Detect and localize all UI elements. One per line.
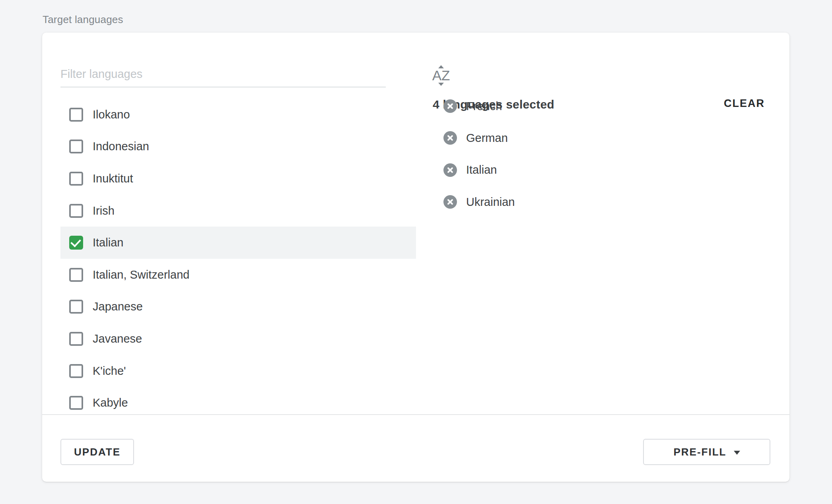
checkbox-unchecked[interactable]: [69, 204, 83, 218]
footer-divider: [42, 414, 789, 415]
checkbox-unchecked[interactable]: [69, 332, 83, 346]
sort-az-icon: AZ: [432, 70, 450, 81]
selected-language-label: German: [466, 132, 508, 145]
checkbox-checked[interactable]: [69, 236, 83, 250]
checkmark-icon: [70, 236, 81, 247]
language-row-italian-switzerland[interactable]: Italian, Switzerland: [60, 259, 416, 291]
target-languages-card: AZ IlokanoIndonesianInuktitutIrishItalia…: [42, 33, 789, 482]
checkbox-unchecked[interactable]: [69, 268, 83, 282]
checkbox-unchecked[interactable]: [69, 140, 83, 153]
page-title: Target languages: [43, 14, 123, 26]
checkbox-unchecked[interactable]: [69, 108, 83, 122]
language-row-javanese[interactable]: Javanese: [60, 323, 416, 355]
filter-languages-input[interactable]: [60, 61, 386, 87]
update-button[interactable]: UPDATE: [60, 439, 134, 465]
sort-alphabetical-button[interactable]: AZ: [419, 56, 463, 95]
language-label: Italian, Switzerland: [93, 268, 189, 281]
language-label: Indonesian: [93, 140, 149, 153]
checkbox-unchecked[interactable]: [69, 300, 83, 314]
prefill-button[interactable]: PRE-FILL: [643, 439, 770, 465]
language-label: Ilokano: [93, 108, 130, 121]
language-label: Kabyle: [93, 396, 128, 409]
language-label: K'iche': [93, 364, 126, 378]
remove-language-icon[interactable]: [443, 99, 457, 113]
language-row-k-iche[interactable]: K'iche': [60, 355, 416, 387]
selected-language-row-french: French: [443, 90, 515, 122]
language-row-ilokano[interactable]: Ilokano: [60, 99, 416, 131]
selected-language-label: Ukrainian: [466, 196, 515, 209]
selected-language-row-ukrainian: Ukrainian: [443, 186, 515, 218]
remove-language-icon[interactable]: [443, 131, 457, 145]
selected-language-label: Italian: [466, 163, 497, 176]
language-label: Inuktitut: [93, 172, 133, 185]
clear-button[interactable]: CLEAR: [724, 97, 765, 110]
selected-language-row-german: German: [443, 122, 515, 154]
language-row-inuktitut[interactable]: Inuktitut: [60, 163, 416, 195]
dropdown-caret-icon: [734, 451, 740, 455]
language-row-italian[interactable]: Italian: [60, 227, 416, 259]
prefill-label: PRE-FILL: [674, 446, 727, 458]
remove-language-icon[interactable]: [443, 195, 457, 209]
selected-language-list: FrenchGermanItalianUkrainian: [443, 90, 515, 218]
language-row-indonesian[interactable]: Indonesian: [60, 131, 416, 163]
checkbox-unchecked[interactable]: [69, 172, 83, 186]
selected-language-row-italian: Italian: [443, 154, 515, 186]
selected-language-label: French: [466, 100, 502, 113]
checkbox-unchecked[interactable]: [69, 364, 83, 378]
language-label: Javanese: [93, 332, 142, 345]
language-row-japanese[interactable]: Japanese: [60, 291, 416, 323]
language-label: Italian: [93, 236, 123, 249]
remove-language-icon[interactable]: [443, 163, 457, 177]
language-label: Irish: [93, 204, 115, 217]
language-row-irish[interactable]: Irish: [60, 195, 416, 227]
language-list: IlokanoIndonesianInuktitutIrishItalianIt…: [60, 99, 416, 419]
checkbox-unchecked[interactable]: [69, 396, 83, 410]
sort-down-arrow-icon: [438, 83, 444, 86]
language-label: Japanese: [93, 300, 143, 313]
